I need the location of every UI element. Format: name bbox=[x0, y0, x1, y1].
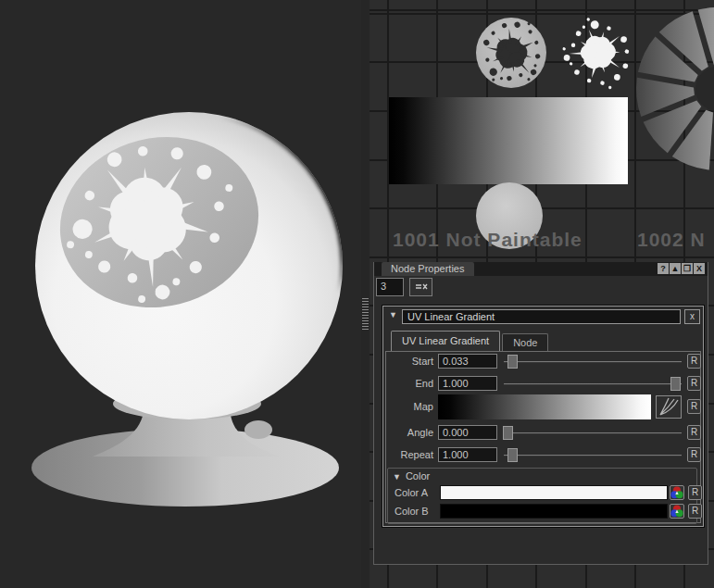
repeat-slider[interactable] bbox=[502, 447, 683, 463]
end-row: End 1.000 R bbox=[387, 376, 699, 392]
angle-slider[interactable] bbox=[502, 425, 683, 441]
color-a-swatch[interactable] bbox=[440, 485, 668, 500]
pedestal-knob bbox=[244, 420, 272, 439]
pin-properties-button[interactable] bbox=[409, 278, 432, 296]
map-curve-editor-button[interactable] bbox=[656, 395, 682, 419]
start-reset-button[interactable]: R bbox=[687, 354, 701, 369]
uv-tile-label-1001: 1001 Not Paintable bbox=[393, 229, 582, 250]
panel-title: Node Properties bbox=[382, 262, 474, 276]
node-title-field[interactable]: UV Linear Gradient bbox=[402, 309, 681, 324]
angle-row: Angle 0.000 R bbox=[387, 425, 699, 441]
tab-uv-linear-gradient[interactable]: UV Linear Gradient bbox=[391, 331, 500, 351]
color-a-picker-button[interactable] bbox=[670, 485, 684, 500]
angle-reset-button[interactable]: R bbox=[687, 425, 701, 440]
angle-label: Angle bbox=[387, 425, 433, 441]
end-slider[interactable] bbox=[502, 376, 683, 392]
slider-groove bbox=[504, 432, 682, 434]
node-close-button[interactable]: x bbox=[684, 309, 700, 324]
repeat-row: Repeat 1.000 R bbox=[387, 447, 699, 463]
map-reset-button[interactable]: R bbox=[687, 399, 701, 414]
rgb-picker-icon bbox=[670, 486, 683, 499]
sphere-object-render bbox=[0, 0, 361, 588]
uv-tile-label-1002: 1002 N bbox=[637, 229, 706, 250]
texture-white-splat bbox=[557, 15, 635, 92]
repeat-value-field[interactable]: 1.000 bbox=[438, 447, 497, 462]
start-label: Start bbox=[387, 354, 433, 369]
float-window-icon[interactable]: ❐ bbox=[682, 263, 693, 274]
node-collapse-icon[interactable]: ▼ bbox=[389, 310, 397, 319]
mari-application-window: 1001 Not Paintable 1002 N Node Propertie… bbox=[0, 0, 714, 588]
end-reset-button[interactable]: R bbox=[687, 376, 701, 391]
slider-handle[interactable] bbox=[507, 355, 518, 369]
viewport-splitter[interactable] bbox=[361, 0, 370, 588]
color-b-row: Color B R bbox=[391, 504, 694, 520]
splitter-grip-icon[interactable] bbox=[362, 298, 369, 330]
map-gradient-preview[interactable] bbox=[438, 394, 651, 419]
node-tabs: UV Linear Gradient Node bbox=[391, 331, 548, 351]
node-tab-pane: Start 0.033 R End 1.000 R bbox=[385, 351, 701, 523]
curves-icon bbox=[657, 396, 681, 418]
color-collapse-icon[interactable]: ▼ bbox=[393, 472, 401, 482]
end-value-field[interactable]: 1.000 bbox=[438, 376, 497, 391]
texture-linear-gradient bbox=[389, 97, 628, 184]
color-b-reset-button[interactable]: R bbox=[688, 504, 702, 519]
repeat-label: Repeat bbox=[387, 447, 433, 463]
repeat-reset-button[interactable]: R bbox=[687, 447, 701, 462]
start-slider[interactable] bbox=[502, 354, 683, 369]
start-row: Start 0.033 R bbox=[387, 354, 699, 369]
slider-groove bbox=[504, 361, 682, 363]
map-label: Map bbox=[387, 394, 433, 419]
slider-handle[interactable] bbox=[670, 377, 681, 391]
map-row: Map R bbox=[387, 394, 699, 419]
color-a-label: Color A bbox=[395, 485, 428, 501]
color-a-row: Color A R bbox=[391, 485, 694, 502]
tab-node[interactable]: Node bbox=[502, 333, 548, 351]
panel-title-bar[interactable]: Node Properties ? ▲ ❐ X bbox=[374, 262, 708, 276]
color-group-title: Color bbox=[406, 470, 430, 482]
3d-paint-canvas[interactable] bbox=[0, 0, 361, 588]
node-count-field[interactable]: 3 bbox=[376, 278, 404, 296]
rgb-picker-icon bbox=[670, 505, 683, 518]
angle-value-field[interactable]: 0.000 bbox=[438, 425, 497, 440]
slider-handle[interactable] bbox=[507, 448, 518, 462]
color-b-picker-button[interactable] bbox=[670, 504, 684, 519]
start-value-field[interactable]: 0.033 bbox=[438, 354, 497, 369]
color-b-label: Color B bbox=[395, 504, 429, 519]
collapse-icon[interactable]: ▲ bbox=[670, 263, 681, 274]
end-label: End bbox=[387, 376, 433, 392]
slider-groove bbox=[504, 383, 682, 385]
slider-groove bbox=[504, 455, 682, 457]
slider-handle[interactable] bbox=[503, 426, 513, 440]
node-properties-panel: Node Properties ? ▲ ❐ X 3 ▼ UV Linear Gr… bbox=[373, 262, 708, 565]
color-group: ▼Color Color A R bbox=[387, 468, 697, 524]
panel-window-controls: ? ▲ ❐ X bbox=[658, 263, 705, 274]
color-group-header[interactable]: ▼Color bbox=[393, 470, 430, 482]
pin-icon bbox=[415, 281, 428, 293]
color-b-swatch[interactable] bbox=[440, 504, 668, 519]
color-a-reset-button[interactable]: R bbox=[688, 485, 702, 500]
help-icon[interactable]: ? bbox=[658, 263, 669, 274]
close-panel-icon[interactable]: X bbox=[694, 263, 705, 274]
node-card: ▼ UV Linear Gradient x UV Linear Gradien… bbox=[382, 306, 704, 527]
